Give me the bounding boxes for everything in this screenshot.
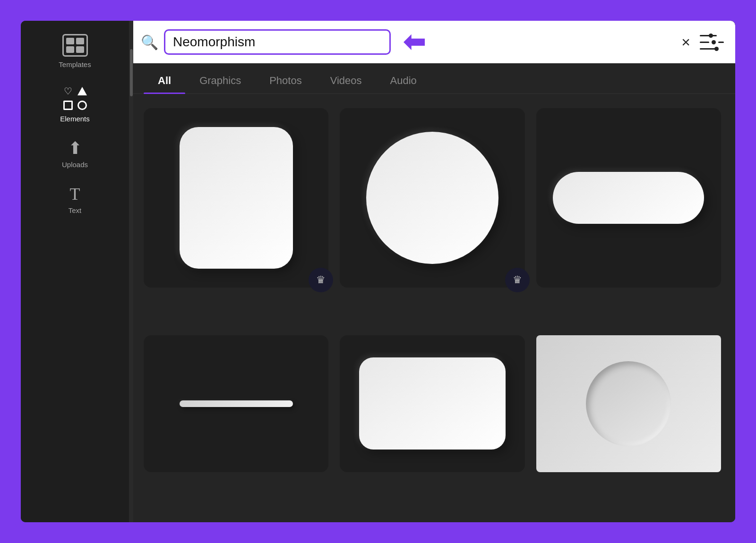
tab-photos[interactable]: Photos bbox=[255, 68, 316, 93]
sidebar-item-templates[interactable]: Templates bbox=[21, 25, 129, 77]
result-card-3[interactable] bbox=[536, 108, 721, 288]
search-input[interactable] bbox=[173, 34, 382, 50]
sidebar-item-text[interactable]: T Text bbox=[21, 177, 129, 223]
neo-circle-inset bbox=[536, 335, 721, 472]
search-bar: 🔍 ⬅ × bbox=[129, 21, 735, 63]
upload-icon: ⬆ bbox=[68, 140, 82, 157]
crown-icon-2: ♛ bbox=[513, 274, 522, 286]
premium-badge-2: ♛ bbox=[505, 268, 530, 292]
result-card-5[interactable] bbox=[340, 335, 524, 472]
neo-rounded-rect-flat bbox=[359, 357, 506, 450]
neo-pill bbox=[553, 172, 704, 224]
search-arrow-indicator: ⬅ bbox=[403, 30, 425, 54]
app-container: Templates ♡ Elements bbox=[21, 21, 735, 522]
main-content: 🔍 ⬅ × bbox=[129, 21, 735, 522]
search-actions: × bbox=[681, 34, 724, 51]
premium-badge-1: ♛ bbox=[309, 268, 333, 292]
templates-icon bbox=[62, 34, 88, 57]
sidebar-scrollbar[interactable] bbox=[129, 21, 133, 522]
neo-line bbox=[180, 400, 293, 407]
neo-rounded-rect bbox=[180, 127, 293, 269]
sidebar-scrollbar-thumb[interactable] bbox=[130, 49, 133, 96]
sidebar-label-elements: Elements bbox=[60, 115, 90, 123]
sidebar: Templates ♡ Elements bbox=[21, 21, 129, 522]
sidebar-label-templates: Templates bbox=[59, 60, 91, 68]
tab-videos[interactable]: Videos bbox=[316, 68, 376, 93]
result-card-4[interactable] bbox=[144, 335, 328, 472]
crown-icon-1: ♛ bbox=[316, 274, 326, 286]
result-card-1[interactable]: ♛ bbox=[144, 108, 328, 288]
sidebar-item-uploads[interactable]: ⬆ Uploads bbox=[21, 131, 129, 177]
tab-all[interactable]: All bbox=[144, 68, 185, 93]
result-card-2[interactable]: ♛ bbox=[340, 108, 524, 288]
neo-circle bbox=[366, 132, 498, 264]
outer-border: Templates ♡ Elements bbox=[14, 14, 742, 529]
sidebar-item-elements[interactable]: ♡ Elements bbox=[21, 77, 129, 131]
elements-icon: ♡ bbox=[62, 85, 88, 111]
search-clear-button[interactable]: × bbox=[681, 34, 690, 50]
tab-audio[interactable]: Audio bbox=[376, 68, 431, 93]
results-grid: ♛ ♛ bbox=[129, 94, 735, 522]
category-tabs: All Graphics Photos Videos Audio bbox=[129, 68, 735, 94]
filter-button[interactable] bbox=[700, 34, 724, 51]
sidebar-label-uploads: Uploads bbox=[62, 161, 88, 169]
result-card-6[interactable] bbox=[536, 335, 721, 472]
search-input-wrapper bbox=[164, 29, 391, 55]
sidebar-panel: Templates ♡ Elements bbox=[21, 21, 129, 522]
search-icon: 🔍 bbox=[141, 34, 158, 51]
tab-graphics[interactable]: Graphics bbox=[185, 68, 255, 93]
text-icon: T bbox=[70, 186, 80, 203]
sidebar-label-text: Text bbox=[69, 206, 82, 214]
